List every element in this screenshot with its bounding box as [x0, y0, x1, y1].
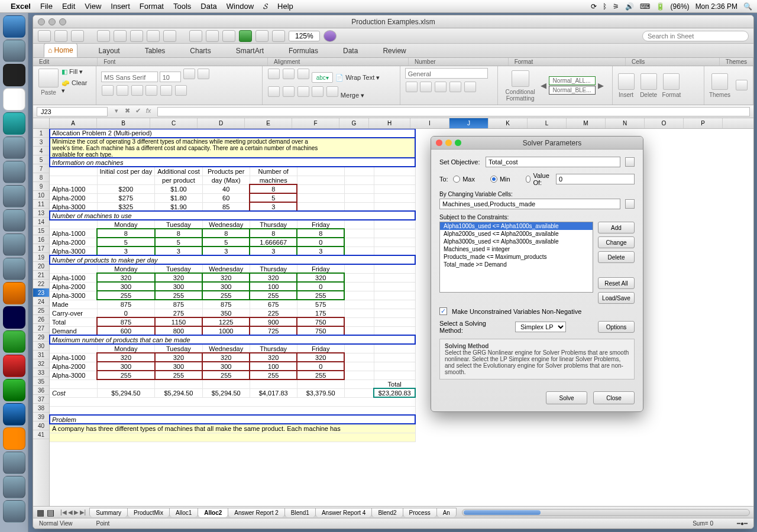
grow-font-icon[interactable]	[183, 69, 195, 79]
sheet-tab[interactable]: Alloc1	[169, 508, 198, 517]
fx-toggle-icon[interactable]	[239, 30, 252, 42]
dock-powerpoint-icon[interactable]	[3, 355, 25, 377]
delete-constraint-button[interactable]: Delete	[598, 251, 635, 263]
dock-app-19-icon[interactable]	[3, 452, 25, 474]
row-headers[interactable]: 1345789101113141516171920212223242526272…	[33, 129, 50, 506]
sort-desc-icon[interactable]	[222, 30, 235, 42]
decrease-indent-icon[interactable]	[312, 86, 323, 97]
sort-asc-icon[interactable]	[206, 30, 219, 42]
style-next-icon[interactable]: ▶	[598, 81, 604, 90]
volume-icon[interactable]: 🔊	[625, 2, 634, 11]
dock-ichat-icon[interactable]	[3, 112, 25, 135]
paste-button[interactable]	[38, 69, 59, 87]
border-icon[interactable]	[145, 85, 157, 96]
tab-data[interactable]: Data	[339, 44, 361, 57]
tab-formulas[interactable]: Formulas	[285, 44, 322, 57]
solver-dialog[interactable]: Solver Parameters Set Objective: To: Max…	[431, 136, 643, 412]
align-right-icon[interactable]	[297, 86, 309, 97]
set-objective-input[interactable]	[486, 157, 620, 167]
menu-format[interactable]: Format	[140, 2, 164, 11]
help-icon[interactable]	[323, 30, 337, 42]
sheet-tab[interactable]: Answer Report 4	[315, 508, 372, 517]
increase-indent-icon[interactable]	[326, 86, 338, 97]
dialog-minimize-icon[interactable]	[445, 140, 452, 146]
fill-button[interactable]: ◧ Fill ▾	[62, 68, 91, 76]
solve-button[interactable]: Solve	[546, 391, 587, 404]
sync-icon[interactable]: ⟳	[591, 2, 597, 11]
name-box[interactable]: J23	[37, 107, 108, 116]
dock-app-7-icon[interactable]	[3, 161, 25, 183]
collapse-dialog-icon[interactable]	[625, 157, 635, 167]
collapse-dialog-icon[interactable]	[625, 199, 635, 209]
dock-itunes-icon[interactable]	[3, 137, 25, 159]
toolbox-icon[interactable]	[272, 30, 285, 42]
format-cells-button[interactable]	[663, 73, 680, 90]
constraint-item[interactable]: Products_made <= Maximum_products	[440, 253, 593, 261]
cancel-formula-icon[interactable]: ✖	[122, 107, 132, 116]
dock-app-10-icon[interactable]	[3, 233, 25, 256]
constraint-item[interactable]: Machines_used = integer	[440, 245, 593, 253]
comma-icon[interactable]	[435, 82, 447, 92]
menu-window[interactable]: Window	[227, 2, 254, 11]
font-name-select[interactable]: MS Sans Serif	[101, 72, 158, 82]
add-constraint-button[interactable]: Add	[598, 222, 635, 233]
dock-app-20-icon[interactable]	[3, 476, 25, 498]
align-middle-icon[interactable]	[283, 69, 295, 79]
valueof-input[interactable]	[556, 174, 635, 184]
horizontal-scrollbar[interactable]	[462, 509, 750, 516]
select-all-corner[interactable]	[33, 118, 50, 129]
bold-icon[interactable]	[102, 85, 114, 96]
delete-cells-button[interactable]	[640, 73, 657, 90]
tab-prev-icon[interactable]: ◀	[68, 509, 73, 515]
dock-settings-icon[interactable]	[3, 64, 25, 86]
options-button[interactable]: Options	[598, 321, 635, 333]
redo-icon[interactable]	[71, 30, 84, 42]
cell-style-1[interactable]: Normal_ALL...	[549, 76, 596, 85]
zoom-level[interactable]: 125%	[289, 31, 320, 41]
dock-finder-icon[interactable]	[3, 15, 25, 38]
sheet-tab[interactable]: Summary	[89, 508, 128, 517]
tab-layout[interactable]: Layout	[95, 44, 124, 57]
format-painter-icon[interactable]	[163, 30, 176, 42]
solver-titlebar[interactable]: Solver Parameters	[431, 137, 643, 150]
constraint-item[interactable]: Alpha3000s_used <= Alpha3000s_available	[440, 238, 593, 245]
dock-app-11-icon[interactable]	[3, 258, 25, 280]
clear-button[interactable]: 🧽 Clear ▾	[62, 79, 91, 95]
fill-color-icon[interactable]	[160, 85, 172, 96]
window-titlebar[interactable]: Production Examples.xlsm	[33, 15, 753, 28]
nonneg-checkbox[interactable]: ✓	[439, 307, 447, 315]
menu-edit[interactable]: Edit	[62, 2, 75, 11]
undo-icon[interactable]	[54, 30, 67, 42]
font-size-select[interactable]: 10	[160, 72, 181, 82]
sheet-tab[interactable]: Blend1	[284, 508, 316, 517]
search-input[interactable]	[642, 31, 749, 41]
mac-menu-bar[interactable]: Excel File Edit View Insert Format Tools…	[0, 0, 757, 13]
style-prev-icon[interactable]: ◀	[541, 81, 546, 90]
shrink-font-icon[interactable]	[198, 69, 209, 79]
input-icon[interactable]: ⌨	[640, 2, 650, 11]
sheet-tab[interactable]: Process	[403, 508, 437, 517]
insert-cells-button[interactable]	[618, 73, 635, 90]
menu-file[interactable]: File	[40, 2, 53, 11]
fx-icon[interactable]: fx	[143, 107, 154, 116]
dock-app-9-icon[interactable]	[3, 209, 25, 232]
constraint-item[interactable]: Alpha2000s_used <= Alpha2000s_available	[440, 230, 593, 238]
save-icon[interactable]	[38, 30, 51, 42]
dock-ical-icon[interactable]	[3, 88, 25, 111]
align-bottom-icon[interactable]	[297, 69, 309, 79]
align-left-icon[interactable]	[268, 86, 280, 97]
show-formulas-icon[interactable]	[255, 30, 268, 42]
battery-icon[interactable]: 🔋	[656, 2, 665, 11]
menu-view[interactable]: View	[85, 2, 101, 11]
radio-min[interactable]	[490, 176, 497, 183]
menu-data[interactable]: Data	[200, 2, 216, 11]
cut-icon[interactable]	[114, 30, 127, 42]
paste-icon[interactable]	[147, 30, 160, 42]
constraint-item[interactable]: Total_made >= Demand	[440, 261, 593, 268]
dialog-zoom-icon[interactable]	[455, 140, 461, 146]
dock-word-icon[interactable]	[3, 306, 25, 329]
conditional-format-button[interactable]	[512, 70, 529, 87]
radio-max[interactable]	[453, 176, 460, 183]
decrease-decimal-icon[interactable]	[464, 82, 476, 92]
constraint-item[interactable]: Alpha1000s_used <= Alpha1000s_available	[440, 222, 593, 230]
